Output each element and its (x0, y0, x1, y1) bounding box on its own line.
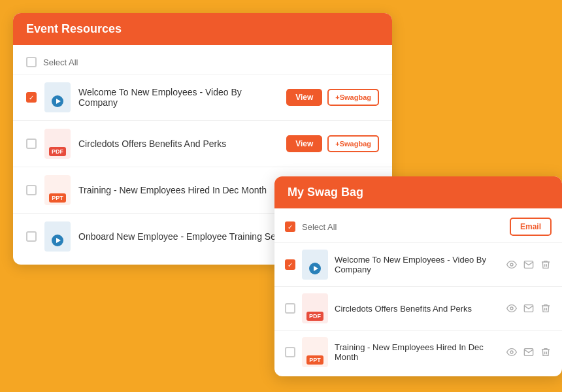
swag-row1-title: Welcome To New Employees - Video By Comp… (335, 255, 499, 274)
event-resource-row-2: PDF Circledots Offers Benefits And Perks… (13, 121, 392, 167)
swag-select-all-label: Select All (302, 222, 337, 232)
swag-row-2: PDF Circledots Offers Benefits And Perks (274, 287, 562, 331)
swag-bag-header: My Swag Bag (274, 176, 562, 208)
swag-bag-title: My Swag Bag (288, 186, 363, 199)
swag-bag-body: ✓ Select All Email ✓ Welcome To New Empl… (274, 208, 562, 376)
svg-point-1 (510, 307, 513, 310)
swag-row1-view-icon[interactable] (506, 259, 518, 270)
event-row4-file-bg (44, 221, 71, 252)
swag-row3-title: Training - New Employees Hired In Dec Mo… (335, 342, 499, 362)
swag-row2-actions (506, 302, 552, 314)
event-row1-checkbox[interactable]: ✓ (26, 92, 37, 103)
event-row1-title: Welcome To New Employees - Video By Comp… (78, 87, 278, 108)
event-row1-play-icon (52, 95, 63, 107)
swag-bag-card: My Swag Bag ✓ Select All Email ✓ Welcome… (274, 176, 562, 376)
svg-point-0 (510, 263, 513, 266)
swag-row2-file-bg: PDF (302, 293, 328, 323)
swag-row3-view-icon[interactable] (506, 346, 518, 358)
event-row4-play-icon (52, 235, 63, 246)
event-row2-file-icon: PDF (44, 129, 71, 159)
swag-row-1: ✓ Welcome To New Employees - Video By Co… (274, 243, 562, 287)
swag-row3-actions (506, 346, 552, 358)
event-select-all-label: Select All (43, 57, 78, 67)
swag-email-button[interactable]: Email (510, 218, 552, 236)
event-row3-checkbox[interactable] (26, 185, 37, 195)
swag-row2-view-icon[interactable] (506, 302, 518, 314)
swag-row3-file-icon: PPT (302, 337, 328, 367)
event-resource-row-1: ✓ Welcome To New Employees - Video By Co… (13, 74, 392, 121)
event-row1-view-button[interactable]: View (286, 89, 322, 106)
event-row1-file-bg (44, 82, 71, 112)
swag-row2-checkbox[interactable] (285, 303, 295, 314)
swag-row2-delete-icon[interactable] (540, 302, 552, 314)
event-row2-view-button[interactable]: View (286, 135, 322, 152)
swag-row2-email-icon[interactable] (523, 302, 535, 314)
swag-row2-pdf-badge: PDF (306, 312, 323, 321)
swag-row-3: PPT Training - New Employees Hired In De… (274, 331, 562, 374)
event-select-all-row: Select All (13, 50, 392, 74)
event-row2-pdf-badge: PDF (49, 147, 66, 156)
swag-select-left: ✓ Select All (285, 221, 337, 232)
swag-row1-play-icon (309, 263, 321, 274)
swag-select-all-checkbox[interactable]: ✓ (285, 221, 295, 232)
svg-point-2 (510, 351, 513, 353)
event-resources-title: Event Resources (26, 22, 122, 35)
swag-row1-checkbox[interactable]: ✓ (285, 259, 295, 270)
event-row2-title: Circledots Offers Benefits And Perks (78, 139, 278, 149)
event-row3-file-bg: PPT (44, 175, 71, 205)
event-row4-file-icon (44, 221, 71, 252)
event-row1-file-icon (44, 82, 71, 112)
event-row2-actions: View +Swagbag (286, 135, 379, 152)
swag-row3-ppt-badge: PPT (306, 355, 323, 365)
swag-row2-file-icon: PDF (302, 293, 328, 323)
event-select-all-checkbox[interactable] (26, 57, 37, 67)
swag-row1-file-bg (302, 250, 328, 280)
swag-row1-file-icon (302, 250, 328, 280)
event-row1-swagbag-button[interactable]: +Swagbag (327, 89, 379, 106)
swag-row3-file-bg: PPT (302, 337, 328, 367)
swag-row1-delete-icon[interactable] (540, 259, 552, 270)
swag-row3-checkbox[interactable] (285, 347, 295, 357)
swag-row1-email-icon[interactable] (523, 259, 535, 270)
swag-row1-actions (506, 259, 552, 270)
event-row2-file-bg: PDF (44, 129, 71, 159)
swag-row3-email-icon[interactable] (523, 346, 535, 358)
swag-select-all-row: ✓ Select All Email (274, 211, 562, 243)
event-row2-swagbag-button[interactable]: +Swagbag (327, 135, 379, 152)
event-row2-checkbox[interactable] (26, 139, 37, 149)
swag-row2-title: Circledots Offers Benefits And Perks (335, 304, 499, 314)
event-row1-actions: View +Swagbag (286, 89, 379, 106)
event-resources-header: Event Resources (13, 13, 392, 45)
event-row3-file-icon: PPT (44, 175, 71, 205)
event-row4-checkbox[interactable] (26, 231, 37, 242)
event-row3-ppt-badge: PPT (49, 193, 66, 203)
swag-row3-delete-icon[interactable] (540, 346, 552, 358)
